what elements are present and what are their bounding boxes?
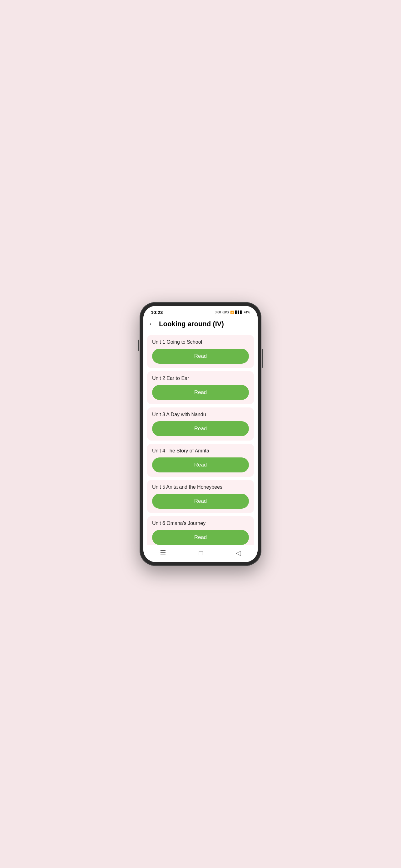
unit-title-6: Unit 6 Omana's Journey [152,521,249,526]
phone-frame: 10:23 3.00 KB/S 📶 ▋▋▋ 41% ← Looking arou… [140,302,261,566]
status-bar: 10:23 3.00 KB/S 📶 ▋▋▋ 41% [143,306,258,317]
unit-card-1: Unit 1 Going to SchoolRead [147,335,254,368]
back-nav-icon[interactable]: ◁ [236,549,241,557]
units-list: Unit 1 Going to SchoolReadUnit 2 Ear to … [143,333,258,545]
signal-icon: ▋▋▋ [235,311,243,314]
read-button-3[interactable]: Read [152,421,249,436]
unit-card-3: Unit 3 A Day with NanduRead [147,407,254,440]
network-speed: 3.00 KB/S [215,311,229,314]
back-button[interactable]: ← [148,320,155,328]
page-header: ← Looking around (IV) [143,317,258,333]
unit-card-4: Unit 4 The Story of AmritaRead [147,444,254,477]
navigation-bar: ☰ □ ◁ [143,545,258,562]
home-icon[interactable]: □ [199,549,203,557]
wifi-icon: 📶 [230,311,234,314]
status-time: 10:23 [151,310,163,315]
unit-card-5: Unit 5 Anita and the HoneybeesRead [147,480,254,513]
read-button-1[interactable]: Read [152,349,249,364]
unit-card-2: Unit 2 Ear to EarRead [147,371,254,404]
menu-icon[interactable]: ☰ [160,549,166,557]
unit-title-2: Unit 2 Ear to Ear [152,376,249,381]
phone-screen: 10:23 3.00 KB/S 📶 ▋▋▋ 41% ← Looking arou… [143,306,258,562]
page-title: Looking around (IV) [159,320,224,328]
unit-card-6: Unit 6 Omana's JourneyRead [147,516,254,545]
read-button-4[interactable]: Read [152,458,249,472]
unit-title-3: Unit 3 A Day with Nandu [152,412,249,417]
read-button-6[interactable]: Read [152,530,249,545]
unit-title-1: Unit 1 Going to School [152,339,249,345]
read-button-2[interactable]: Read [152,385,249,400]
unit-title-5: Unit 5 Anita and the Honeybees [152,484,249,490]
battery-label: 41% [244,311,250,314]
read-button-5[interactable]: Read [152,494,249,509]
unit-title-4: Unit 4 The Story of Amrita [152,448,249,454]
status-icons: 3.00 KB/S 📶 ▋▋▋ 41% [215,311,250,314]
